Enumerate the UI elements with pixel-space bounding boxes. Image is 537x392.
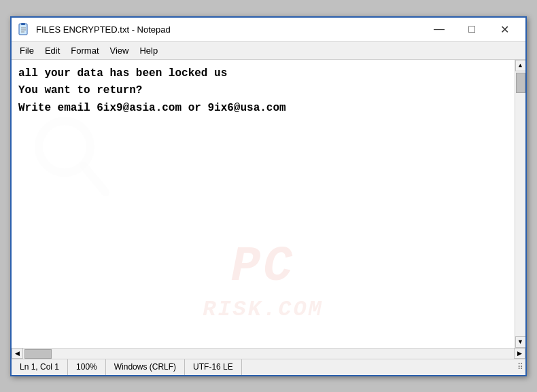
close-button[interactable]: ✕ xyxy=(489,18,520,40)
status-position: Ln 1, Col 1 xyxy=(12,359,68,375)
notepad-window: FILES ENCRYPTED.txt - Notepad — □ ✕ File… xyxy=(10,16,527,376)
svg-point-5 xyxy=(39,121,90,173)
scroll-thumb-horizontal[interactable] xyxy=(24,349,52,359)
menu-help[interactable]: Help xyxy=(134,44,163,57)
text-line-3: Write email 6ix9@asia.com or 9ix6@usa.co… xyxy=(18,100,508,118)
status-bar: Ln 1, Col 1 100% Windows (CRLF) UTF-16 L… xyxy=(12,359,525,375)
svg-rect-0 xyxy=(19,24,27,35)
menu-format[interactable]: Format xyxy=(65,44,104,57)
scroll-right-arrow[interactable]: ▶ xyxy=(514,348,525,359)
minimize-button[interactable]: — xyxy=(423,18,455,40)
scroll-left-arrow[interactable]: ◀ xyxy=(12,348,23,359)
text-line-2: You want to return? xyxy=(18,82,508,100)
status-zoom: 100% xyxy=(68,359,106,375)
window-controls: — □ ✕ xyxy=(423,18,520,40)
svg-rect-1 xyxy=(21,23,25,25)
status-encoding: UTF-16 LE xyxy=(185,359,242,375)
maximize-button[interactable]: □ xyxy=(456,18,487,40)
resize-grip: ⠿ xyxy=(515,361,525,372)
scroll-up-arrow[interactable]: ▲ xyxy=(515,60,526,71)
scroll-down-arrow[interactable]: ▼ xyxy=(515,336,526,348)
menu-bar: File Edit Format View Help xyxy=(12,42,525,60)
scroll-thumb-vertical[interactable] xyxy=(516,73,525,93)
svg-line-6 xyxy=(84,166,105,192)
window-title: FILES ENCRYPTED.txt - Notepad xyxy=(36,24,423,35)
vertical-scrollbar[interactable]: ▲ ▼ xyxy=(515,60,525,348)
text-content-area[interactable]: all your data has been locked us You wan… xyxy=(12,60,515,348)
scroll-track-vertical[interactable] xyxy=(515,71,525,336)
notepad-icon xyxy=(17,22,31,36)
title-bar: FILES ENCRYPTED.txt - Notepad — □ ✕ xyxy=(12,18,525,42)
menu-view[interactable]: View xyxy=(105,44,135,57)
text-line-1: all your data has been locked us xyxy=(18,65,508,83)
search-watermark-icon xyxy=(32,114,114,216)
watermark-bottom: RISK.COM xyxy=(203,292,324,327)
watermark-top: PC xyxy=(231,228,295,306)
status-line-ending: Windows (CRLF) xyxy=(106,359,185,375)
menu-file[interactable]: File xyxy=(14,44,39,57)
scroll-track-horizontal[interactable] xyxy=(23,349,514,359)
editor-area[interactable]: all your data has been locked us You wan… xyxy=(12,60,525,348)
horizontal-scrollbar[interactable]: ◀ ▶ xyxy=(12,348,525,359)
menu-edit[interactable]: Edit xyxy=(39,44,65,57)
